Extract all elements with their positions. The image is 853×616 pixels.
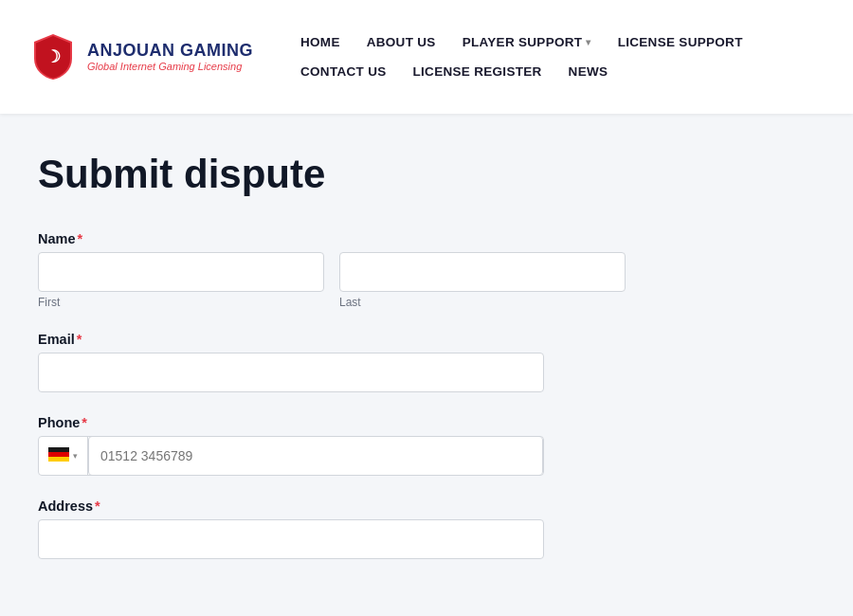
phone-country-chevron-icon: ▾ [73, 451, 78, 461]
nav-row-2: CONTACT US LICENSE REGISTER NEWS [291, 59, 825, 84]
address-field-group: Address* [38, 498, 626, 559]
player-support-chevron-icon: ▾ [586, 37, 590, 47]
address-input[interactable] [38, 519, 544, 559]
first-name-sublabel: First [38, 296, 324, 309]
email-field-group: Email* [38, 332, 626, 392]
dispute-form: Name* First Last Email* P [38, 231, 626, 559]
address-required-star: * [95, 498, 100, 514]
name-required-star: * [78, 231, 83, 246]
nav-license-support[interactable]: LICENSE SUPPORT [608, 29, 753, 55]
logo-shield-icon: ☽ [28, 32, 78, 82]
address-label: Address* [38, 498, 626, 514]
logo-name: ANJOUAN GAMING [87, 41, 253, 62]
nav-license-register[interactable]: LICENSE REGISTER [404, 59, 552, 84]
phone-input[interactable] [88, 436, 543, 476]
svg-text:☽: ☽ [45, 47, 61, 66]
first-name-input[interactable] [38, 252, 324, 292]
page-title: Submit dispute [38, 152, 626, 197]
last-name-input[interactable] [339, 252, 626, 292]
logo-tagline: Global Internet Gaming Licensing [87, 61, 253, 73]
phone-input-wrapper: ▾ [38, 436, 544, 476]
nav-row-1: HOME ABOUT US PLAYER SUPPORT ▾ LICENSE S… [291, 29, 825, 55]
last-name-col: Last [339, 252, 626, 309]
flag-de-icon [48, 447, 69, 465]
phone-flag-selector[interactable]: ▾ [39, 437, 88, 475]
nav-player-support[interactable]: PLAYER SUPPORT ▾ [453, 29, 601, 55]
phone-field-group: Phone* ▾ [38, 415, 626, 476]
nav-contact-us[interactable]: CONTACT US [291, 59, 396, 84]
svg-rect-1 [48, 447, 69, 452]
email-required-star: * [77, 332, 82, 347]
name-label: Name* [38, 231, 626, 246]
phone-required-star: * [82, 415, 87, 430]
last-name-sublabel: Last [339, 296, 626, 309]
main-nav: HOME ABOUT US PLAYER SUPPORT ▾ LICENSE S… [291, 0, 825, 114]
first-name-col: First [38, 252, 324, 309]
svg-rect-2 [48, 452, 69, 457]
email-label: Email* [38, 332, 626, 347]
phone-label: Phone* [38, 415, 626, 430]
name-field-group: Name* First Last [38, 231, 626, 309]
nav-news[interactable]: NEWS [559, 59, 618, 84]
nav-home[interactable]: HOME [291, 29, 350, 55]
nav-about-us[interactable]: ABOUT US [357, 29, 445, 55]
svg-rect-3 [48, 457, 69, 462]
name-row: First Last [38, 252, 626, 309]
email-input[interactable] [38, 353, 544, 392]
logo[interactable]: ☽ ANJOUAN GAMING Global Internet Gaming … [28, 0, 253, 114]
